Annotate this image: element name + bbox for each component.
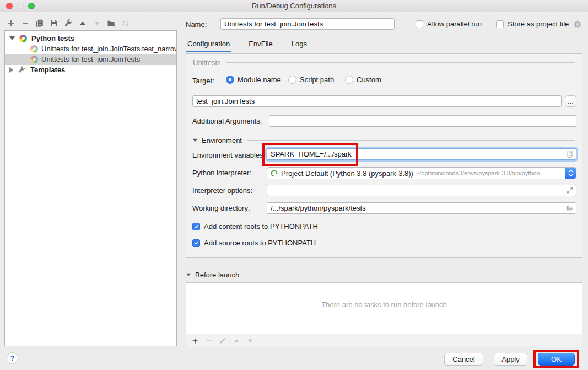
before-launch-title: Before launch: [195, 271, 239, 279]
env-variables-editor-icon[interactable]: [566, 150, 574, 160]
python-test-icon: [30, 56, 38, 63]
radio-selected-icon[interactable]: [226, 76, 234, 84]
apply-button[interactable]: Apply: [494, 353, 527, 366]
python-interpreter-value: Project Default (Python 3.8 (pyspark-3.8…: [281, 169, 413, 178]
cancel-button[interactable]: Cancel: [444, 353, 483, 366]
tree-item-unittests-test-narrow[interactable]: Unittests for test_join.JoinTests.test_n…: [5, 44, 176, 54]
ok-button[interactable]: OK: [538, 353, 575, 366]
remove-icon[interactable]: [204, 336, 213, 345]
add-source-roots-checkbox[interactable]: Add source roots to PYTHONPATH: [192, 239, 316, 247]
interpreter-options-label: Interpreter options:: [192, 186, 252, 195]
move-down-icon[interactable]: [246, 336, 255, 345]
radio-label: Custom: [357, 76, 381, 84]
new-folder-icon[interactable]: [107, 19, 116, 28]
collapse-icon[interactable]: [186, 274, 191, 277]
working-directory-label: Working directory:: [192, 204, 250, 212]
copy-icon[interactable]: [35, 19, 44, 28]
tree-item-python-tests[interactable]: Python tests: [5, 33, 176, 44]
combo-stepper-icon[interactable]: [565, 167, 576, 179]
config-tabs: Configuration EnvFile Logs: [186, 37, 309, 52]
edit-templates-wrench-icon[interactable]: [64, 19, 73, 28]
tree-item-label: Python tests: [31, 34, 74, 42]
radio-unselected-icon[interactable]: [345, 76, 353, 84]
store-as-project-file-label: Store as project file: [508, 20, 569, 28]
checkbox-unchecked-icon[interactable]: [416, 20, 423, 28]
allow-parallel-run-checkbox[interactable]: Allow parallel run: [416, 20, 482, 28]
expand-field-icon[interactable]: [566, 186, 574, 196]
configurations-tree: Python tests Unittests for test_join.Joi…: [4, 30, 177, 346]
unittests-group-panel: Unittests Target: Module name Script pat…: [186, 53, 582, 258]
collapse-icon[interactable]: [193, 139, 197, 142]
sort-alphabetically-icon[interactable]: az: [121, 19, 130, 28]
python-interpreter-path: ~/opt/miniconda3/envs/pyspark-3.8/bin/py…: [416, 170, 540, 176]
configurations-toolbar: az: [7, 18, 130, 29]
unittests-group-header: Unittests: [193, 58, 575, 67]
target-module-input[interactable]: [192, 95, 562, 107]
checkbox-unchecked-icon[interactable]: [496, 20, 504, 28]
tree-item-unittests-jointests[interactable]: Unittests for test_join.JoinTests: [5, 54, 176, 65]
add-content-roots-checkbox[interactable]: Add content roots to PYTHONPATH: [192, 222, 318, 230]
tree-item-label: Templates: [30, 66, 65, 74]
environment-variables-field-wrap: [267, 148, 576, 160]
templates-wrench-icon: [18, 66, 26, 74]
tab-envfile[interactable]: EnvFile: [247, 37, 274, 52]
remove-icon[interactable]: [21, 19, 30, 28]
help-button[interactable]: ?: [7, 352, 18, 364]
environment-section-header[interactable]: Environment: [192, 136, 575, 144]
save-icon[interactable]: [50, 19, 58, 28]
divider: [226, 62, 575, 63]
expand-collapse-icon[interactable]: [9, 36, 15, 40]
browse-button[interactable]: ...: [565, 95, 576, 107]
additional-arguments-input[interactable]: [269, 115, 576, 127]
name-input[interactable]: [220, 18, 395, 30]
radio-label: Module name: [238, 76, 281, 84]
tree-item-templates[interactable]: Templates: [5, 65, 176, 75]
before-launch-section-header[interactable]: Before launch: [186, 271, 582, 279]
python-interpreter-combo[interactable]: Project Default (Python 3.8 (pyspark-3.8…: [267, 167, 576, 179]
environment-section-title: Environment: [202, 136, 242, 144]
environment-variables-label: Environment variables:: [192, 151, 265, 159]
before-launch-empty-text: There are no tasks to run before launch: [186, 301, 582, 309]
interpreter-options-field-wrap: [267, 185, 576, 196]
radio-module-name[interactable]: Module name: [226, 76, 281, 84]
checkbox-checked-icon[interactable]: [192, 239, 200, 247]
svg-text:z: z: [122, 23, 124, 27]
add-content-roots-label: Add content roots to PYTHONPATH: [204, 222, 318, 230]
python-tests-icon: [19, 35, 27, 42]
radio-custom[interactable]: Custom: [345, 76, 381, 84]
expand-collapse-icon[interactable]: [9, 67, 13, 73]
before-launch-panel: There are no tasks to run before launch: [186, 282, 582, 347]
checkbox-checked-icon[interactable]: [192, 223, 200, 230]
title-bar: Run/Debug Configurations: [0, 0, 588, 12]
add-icon[interactable]: [191, 336, 199, 345]
environment-variables-input[interactable]: [267, 148, 576, 160]
add-source-roots-label: Add source roots to PYTHONPATH: [204, 239, 316, 247]
run-debug-configurations-dialog: Run/Debug Configurations az Python tests: [0, 0, 588, 370]
tab-configuration[interactable]: Configuration: [186, 37, 231, 52]
working-directory-input[interactable]: [267, 202, 576, 214]
move-down-icon[interactable]: [93, 19, 101, 28]
browse-folder-icon[interactable]: [565, 204, 574, 213]
working-directory-field-wrap: [267, 202, 576, 214]
tree-item-label: Unittests for test_join.JoinTests: [41, 55, 140, 63]
edit-pencil-icon[interactable]: [218, 336, 227, 345]
add-icon[interactable]: [7, 19, 15, 28]
target-label: Target:: [192, 77, 214, 85]
python-interpreter-label: Python interpreter:: [192, 169, 251, 177]
interpreter-options-input[interactable]: [267, 185, 576, 196]
window-title: Run/Debug Configurations: [0, 2, 588, 10]
python-test-icon: [30, 45, 38, 53]
move-up-icon[interactable]: [232, 336, 241, 345]
tree-item-label: Unittests for test_join.JoinTests.test_n…: [41, 45, 176, 53]
radio-unselected-icon[interactable]: [288, 76, 296, 84]
store-as-project-file-checkbox[interactable]: Store as project file: [496, 20, 569, 28]
move-up-icon[interactable]: [78, 19, 87, 28]
tab-logs[interactable]: Logs: [290, 37, 309, 52]
allow-parallel-run-label: Allow parallel run: [427, 20, 482, 28]
svg-text:a: a: [122, 19, 125, 23]
name-label: Name:: [186, 20, 207, 29]
radio-script-path[interactable]: Script path: [288, 76, 334, 84]
divider: [244, 275, 582, 275]
conda-environment-icon: [270, 169, 278, 178]
gear-icon[interactable]: [573, 20, 582, 30]
